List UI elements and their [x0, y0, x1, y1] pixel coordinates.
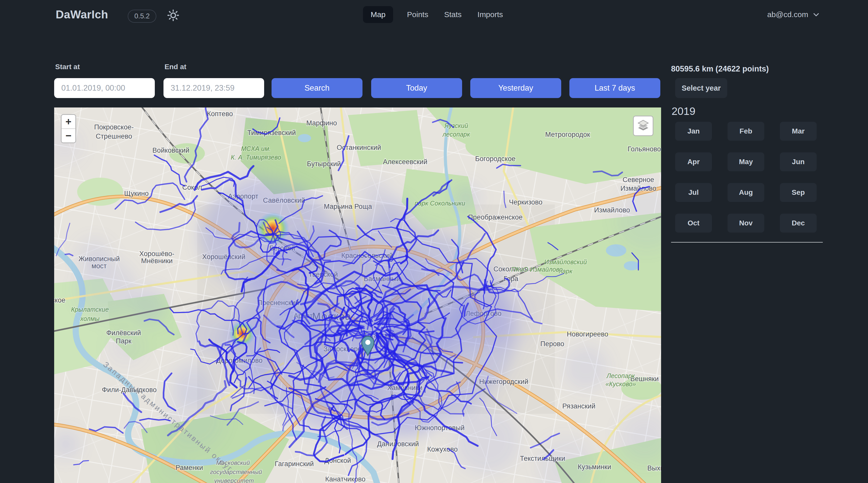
month-button-apr[interactable]: Apr [675, 152, 712, 171]
layers-icon [637, 119, 650, 133]
tab-stats[interactable]: Stats [442, 6, 464, 23]
user-menu[interactable]: ab@cd.com [767, 10, 820, 19]
map-label: Богородское [475, 155, 516, 163]
map-base-art: КоптевоПокровское-СтрешневоТимирязевский… [54, 107, 661, 483]
map-label: Рязанский [562, 402, 595, 410]
map-label: Алексеевский [383, 158, 427, 166]
end-at-label: End at [164, 63, 186, 71]
map-label: Гольяново [628, 145, 661, 153]
month-button-jan[interactable]: Jan [675, 122, 712, 141]
map-label: Канатчиково [325, 475, 366, 483]
month-button-sep[interactable]: Sep [780, 183, 817, 202]
map-label: Даниловский [377, 440, 419, 448]
map-label: лесопарк [442, 131, 470, 138]
map-label: Черкизово [509, 198, 542, 206]
map-label: Крылатское [54, 296, 65, 304]
theme-toggle-sun-icon[interactable] [166, 9, 180, 22]
map-label: Гагаринский [275, 460, 314, 468]
month-button-may[interactable]: May [727, 152, 764, 171]
start-at-input[interactable] [54, 78, 155, 98]
month-button-aug[interactable]: Aug [727, 183, 764, 202]
map-label: Марфино [306, 119, 337, 127]
map-label: Войковский [153, 147, 190, 154]
version-badge: 0.5.2 [128, 10, 156, 23]
end-at-input[interactable] [163, 78, 264, 98]
month-button-jun[interactable]: Jun [780, 152, 817, 171]
search-button[interactable]: Search [272, 78, 363, 98]
month-button-dec[interactable]: Dec [780, 214, 817, 232]
map-layers-control[interactable] [633, 116, 653, 136]
month-button-oct[interactable]: Oct [675, 214, 712, 232]
map-label: Выхино [647, 464, 661, 472]
map-label: Лесопарк [606, 372, 635, 379]
map-label: государственный [210, 469, 262, 475]
map-label: МСХА им. [241, 145, 271, 152]
map-label: Бутырский [307, 160, 341, 168]
map-label: Покровское- [94, 123, 134, 131]
map-label: Стрешнево [96, 132, 132, 140]
tab-map[interactable]: Map [363, 6, 393, 23]
today-button[interactable]: Today [371, 78, 462, 98]
year-heading: 2019 [672, 105, 695, 118]
map-label: Коптево [207, 110, 233, 118]
map-label: Щукино [124, 190, 149, 197]
tab-points[interactable]: Points [405, 6, 430, 23]
map-label: Хорошёво- [139, 250, 174, 258]
chevron-down-icon [812, 11, 820, 19]
distance-summary: 80595.6 km (24622 points) [671, 64, 769, 73]
last-7-days-button[interactable]: Last 7 days [569, 78, 660, 98]
sidebar-divider [671, 242, 823, 243]
map-label: ПКиО Измайлово [511, 266, 563, 273]
months-grid: Jan Feb Mar Apr May Jun Jul Aug Sep Oct … [675, 122, 817, 232]
tab-imports[interactable]: Imports [475, 6, 505, 23]
dawarich-app: DaWarIch 0.5.2 Map Points Stats Imports … [0, 0, 868, 483]
map-label: Сокол [182, 184, 202, 191]
map-canvas[interactable]: КоптевоПокровское-СтрешневоТимирязевский… [54, 107, 661, 483]
map-label: «Кусково» [606, 380, 636, 388]
month-button-jul[interactable]: Jul [675, 183, 712, 202]
map-label: университет [214, 477, 254, 483]
map-zoom-control: + − [61, 114, 76, 143]
user-email: ab@cd.com [767, 10, 808, 19]
zoom-out-button[interactable]: − [62, 128, 75, 142]
map-label: Новогиреево [567, 330, 609, 338]
map-label: Мнёвники [141, 257, 173, 265]
start-at-label: Start at [55, 63, 80, 71]
month-button-feb[interactable]: Feb [727, 122, 764, 141]
month-button-nov[interactable]: Nov [727, 214, 764, 232]
yesterday-button[interactable]: Yesterday [470, 78, 561, 98]
main-nav: Map Points Stats Imports [363, 6, 505, 23]
map-label: Метрогородок [545, 131, 590, 138]
map-label: Преображенское [468, 214, 523, 221]
zoom-in-button[interactable]: + [62, 115, 75, 128]
map-label: Перово [540, 340, 564, 348]
app-logo: DaWarIch [56, 8, 108, 21]
select-year-button[interactable]: Select year [675, 78, 727, 98]
month-button-mar[interactable]: Mar [780, 122, 817, 141]
map-label: Измайловский [544, 258, 587, 265]
map-label: Северное [622, 176, 654, 184]
